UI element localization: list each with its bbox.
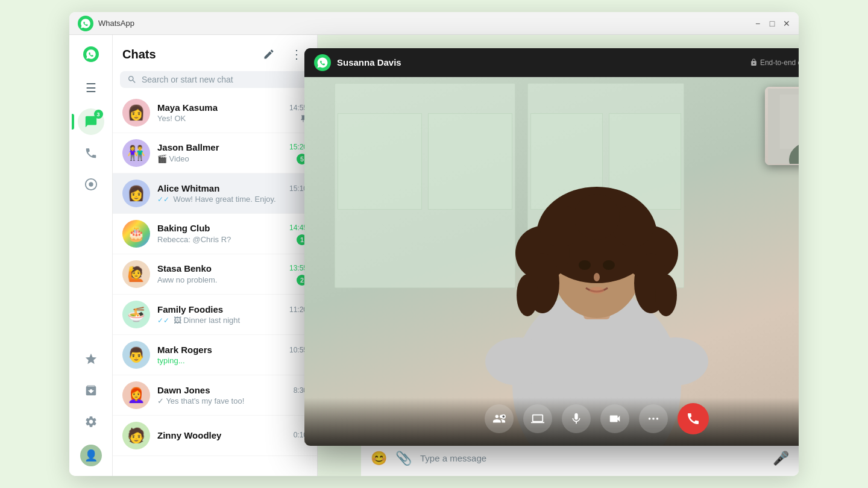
menu-icon[interactable]: ☰: [78, 75, 104, 101]
title-bar: WhatsApp − □ ✕: [69, 12, 799, 35]
settings-icon[interactable]: [78, 408, 104, 435]
chat-preview-mark: typing...: [157, 356, 307, 365]
chat-preview-alice: ✓✓ Wow! Have great time. Enjoy.: [157, 195, 307, 204]
lock-icon: [750, 58, 758, 66]
chat-list: 👩 Maya Kasuma 14:55 Yes! OK: [113, 93, 317, 476]
avatar-jason: 👫: [122, 139, 150, 167]
sidebar-calls-icon[interactable]: [78, 140, 104, 166]
message-input[interactable]: [420, 453, 764, 463]
chat-preview-dawn: ✓ Yes that's my fave too!: [157, 396, 307, 405]
sidebar: ☰ 3: [69, 35, 113, 476]
svg-point-16: [517, 274, 538, 316]
end-call-btn[interactable]: [678, 403, 709, 434]
screen-share-btn[interactable]: [523, 404, 552, 433]
svg-point-3: [89, 182, 93, 186]
sidebar-status-icon[interactable]: [78, 171, 104, 198]
new-chat-btn[interactable]: [258, 43, 280, 65]
wa-logo-sidebar: [78, 41, 104, 67]
avatar-zinny: 🧑: [122, 422, 150, 449]
chats-header-actions: ⋮: [258, 43, 307, 65]
chat-item-jason[interactable]: 👫 Jason Ballmer 15:20 🎬 Video 5: [113, 133, 317, 174]
avatar-mark: 👨: [122, 341, 150, 369]
minimize-btn[interactable]: −: [754, 20, 761, 27]
window-controls: − □ ✕: [754, 20, 790, 27]
vc-pip: [765, 87, 799, 165]
video-toggle-btn[interactable]: [600, 404, 629, 433]
more-options-btn[interactable]: [639, 404, 668, 433]
man-figure: [768, 89, 799, 164]
avatar-maya: 👩: [122, 99, 150, 127]
sidebar-chats-icon[interactable]: 3: [78, 108, 104, 135]
chat-name-baking: Baking Club: [157, 223, 210, 233]
svg-point-13: [574, 194, 620, 240]
chat-name-stasa: Stasa Benko: [157, 263, 212, 274]
svg-point-43: [656, 418, 659, 420]
svg-point-17: [655, 274, 677, 316]
avatar-alice: 👩: [122, 180, 150, 207]
search-icon: [127, 75, 137, 84]
svg-rect-26: [780, 95, 799, 149]
chats-panel: Chats ⋮: [113, 35, 318, 476]
vc-encryption-text: End-to-end endcrypted: [760, 58, 799, 67]
add-participant-btn[interactable]: [485, 404, 514, 433]
chat-item-family[interactable]: 🍜 Family Foodies 11:20 ✓✓ 🖼 Dinner last …: [113, 295, 317, 335]
chat-item-mark[interactable]: 👨 Mark Rogers 10:55 typing...: [113, 335, 317, 375]
vc-title-bar: Susanna Davis End-to-end endcrypted − □ …: [304, 48, 799, 77]
mute-btn[interactable]: [562, 404, 591, 433]
svg-point-20: [594, 273, 600, 281]
chat-item-stasa[interactable]: 🙋 Stasa Benko 13:55 Aww no problem. 2: [113, 254, 317, 295]
chat-name-jason: Jason Ballmer: [157, 142, 219, 152]
chat-preview-maya: Yes! OK: [157, 114, 297, 123]
search-bar: [120, 71, 310, 88]
search-input[interactable]: [142, 75, 303, 84]
chat-preview-stasa: Aww no problem.: [157, 275, 293, 284]
chats-title: Chats: [122, 48, 156, 61]
video-background: [304, 77, 799, 446]
avatar-baking: 🎂: [122, 220, 150, 248]
chat-name-dawn: Dawn Jones: [157, 385, 210, 395]
svg-point-23: [642, 337, 708, 386]
chat-name-zinny: Zinny Woodley: [157, 430, 221, 440]
emoji-btn[interactable]: 😊: [371, 451, 387, 466]
archived-icon[interactable]: [78, 377, 104, 404]
close-btn[interactable]: ✕: [783, 20, 790, 27]
video-call-window: Susanna Davis End-to-end endcrypted − □ …: [304, 48, 799, 446]
user-avatar[interactable]: 👤: [80, 445, 102, 466]
chats-badge: 3: [94, 110, 103, 119]
chat-name-alice: Alice Whitman: [157, 183, 219, 193]
chat-item-baking[interactable]: 🎂 Baking Club 14:45 Rebecca: @Chris R? 1: [113, 214, 317, 254]
chat-name-mark: Mark Rogers: [157, 345, 212, 355]
vc-contact-name: Susanna Davis: [337, 57, 750, 67]
mic-btn[interactable]: 🎤: [773, 451, 789, 466]
avatar-stasa: 🙋: [122, 260, 150, 288]
chat-item-zinny[interactable]: 🧑 Zinny Woodley 0:10: [113, 416, 317, 456]
chat-name-maya: Maya Kasuma: [157, 102, 218, 113]
chat-preview-baking: Rebecca: @Chris R?: [157, 235, 293, 244]
chat-item-maya[interactable]: 👩 Maya Kasuma 14:55 Yes! OK: [113, 93, 317, 133]
chat-item-alice[interactable]: 👩 Alice Whitman 15:10 ✓✓ Wow! Have great…: [113, 174, 317, 214]
svg-point-22: [485, 337, 552, 386]
chat-preview-jason: 🎬 Video: [157, 154, 293, 163]
vc-video-main: [304, 77, 799, 446]
vc-encryption: End-to-end endcrypted: [750, 58, 799, 67]
whatsapp-logo-title: [78, 16, 93, 31]
app-window: WhatsApp − □ ✕ ☰: [69, 12, 799, 476]
chat-name-family: Family Foodies: [157, 304, 223, 314]
maximize-btn[interactable]: □: [769, 20, 776, 27]
svg-point-42: [652, 418, 655, 420]
avatar-dawn: 👩‍🦰: [122, 381, 150, 409]
chat-item-dawn[interactable]: 👩‍🦰 Dawn Jones 8:30 ✓ Yes that's my fave…: [113, 375, 317, 416]
attach-btn[interactable]: 📎: [395, 451, 412, 466]
chat-preview-family: ✓✓ 🖼 Dinner last night: [157, 316, 307, 325]
vc-wa-logo: [314, 54, 331, 71]
svg-point-41: [649, 418, 651, 420]
vc-pip-inner: [765, 87, 799, 165]
starred-icon[interactable]: [78, 346, 104, 372]
avatar-family: 🍜: [122, 301, 150, 328]
window-pane-1: [338, 113, 422, 210]
app-title: WhatsApp: [98, 19, 754, 28]
vc-controls: [304, 398, 799, 446]
chats-header: Chats ⋮: [113, 35, 317, 71]
svg-point-19: [603, 260, 615, 270]
svg-point-18: [579, 260, 591, 270]
